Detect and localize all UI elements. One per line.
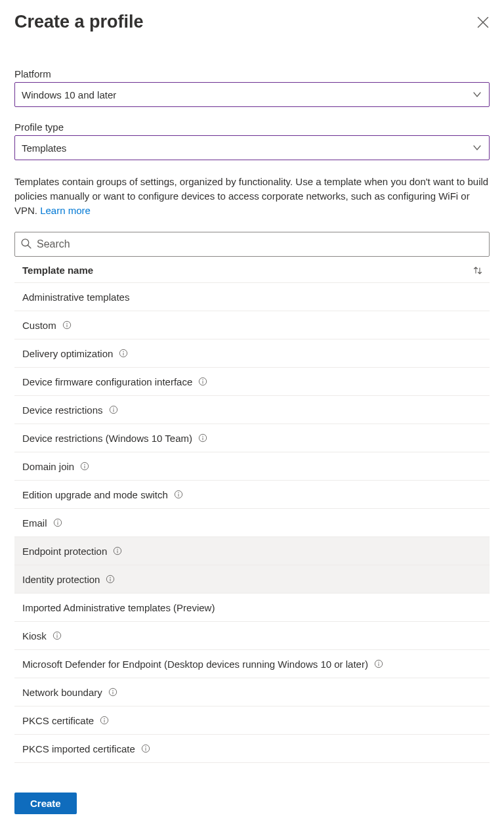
table-row[interactable]: Imported Administrative templates (Previ…: [14, 594, 490, 622]
svg-point-28: [104, 718, 105, 719]
row-label: Kiosk: [22, 630, 47, 641]
svg-point-14: [178, 492, 178, 493]
svg-point-10: [202, 436, 203, 437]
table-row[interactable]: PKCS imported certificate: [14, 735, 490, 763]
table-row[interactable]: PKCS certificate: [14, 706, 490, 735]
learn-more-link[interactable]: Learn more: [40, 205, 91, 216]
table-row[interactable]: Kiosk: [14, 622, 490, 650]
svg-point-22: [56, 634, 57, 634]
row-label: Imported Administrative templates (Previ…: [22, 602, 215, 613]
row-label: Edition upgrade and mode switch: [22, 489, 168, 500]
row-label: Custom: [22, 320, 56, 331]
info-icon[interactable]: [113, 546, 122, 555]
row-label: PKCS certificate: [22, 715, 94, 726]
row-label: Network boundary: [22, 687, 102, 698]
info-icon[interactable]: [100, 716, 109, 725]
info-icon[interactable]: [106, 575, 115, 584]
table-column-header[interactable]: Template name: [14, 257, 490, 283]
svg-point-8: [113, 408, 114, 408]
info-icon[interactable]: [109, 405, 118, 414]
row-label: Administrative templates: [22, 292, 129, 303]
info-icon[interactable]: [374, 659, 383, 668]
table-row[interactable]: Network boundary: [14, 678, 490, 706]
svg-point-16: [57, 521, 58, 521]
row-label: Device restrictions: [22, 404, 103, 416]
sort-icon[interactable]: [472, 265, 483, 276]
info-icon[interactable]: [141, 744, 150, 753]
info-icon[interactable]: [119, 349, 128, 358]
chevron-down-icon: [472, 142, 482, 153]
row-label: Email: [22, 517, 47, 529]
svg-point-24: [378, 662, 379, 663]
row-label: PKCS imported certificate: [22, 743, 135, 754]
row-label: Identity protection: [22, 574, 100, 585]
table-row[interactable]: Microsoft Defender for Endpoint (Desktop…: [14, 650, 490, 678]
info-icon[interactable]: [108, 687, 117, 697]
profile-type-label: Profile type: [14, 121, 490, 133]
row-label: Endpoint protection: [22, 546, 107, 557]
platform-dropdown[interactable]: Windows 10 and later: [14, 82, 490, 107]
svg-point-4: [123, 351, 124, 352]
info-icon[interactable]: [52, 631, 62, 640]
svg-point-12: [85, 464, 85, 465]
row-label: Device firmware configuration interface: [22, 376, 192, 387]
info-icon[interactable]: [80, 462, 89, 471]
search-icon: [20, 238, 35, 251]
info-icon[interactable]: [198, 377, 207, 386]
search-input-wrapper[interactable]: [14, 232, 490, 257]
search-input[interactable]: [35, 238, 484, 251]
svg-point-30: [145, 747, 146, 747]
svg-point-6: [203, 380, 203, 380]
table-row[interactable]: Identity protection: [14, 565, 490, 594]
row-label: Domain join: [22, 461, 74, 472]
info-icon[interactable]: [174, 490, 183, 499]
table-row[interactable]: Edition upgrade and mode switch: [14, 481, 490, 509]
table-row[interactable]: Device restrictions: [14, 396, 490, 424]
svg-point-2: [66, 323, 67, 324]
row-label: Device restrictions (Windows 10 Team): [22, 433, 192, 444]
info-icon[interactable]: [62, 320, 72, 330]
close-icon[interactable]: [476, 16, 490, 29]
row-label: Delivery optimization: [22, 348, 113, 359]
svg-point-0: [22, 239, 29, 246]
table-row[interactable]: Custom: [14, 311, 490, 339]
table-row[interactable]: Device firmware configuration interface: [14, 368, 490, 396]
platform-value: Windows 10 and later: [22, 89, 116, 100]
table-row[interactable]: Domain join: [14, 452, 490, 481]
info-icon[interactable]: [198, 433, 207, 443]
svg-point-26: [112, 690, 113, 691]
row-label: Microsoft Defender for Endpoint (Desktop…: [22, 659, 368, 670]
platform-label: Platform: [14, 68, 490, 79]
info-icon[interactable]: [53, 518, 62, 527]
column-header-label: Template name: [22, 265, 93, 276]
dialog-title: Create a profile: [14, 12, 144, 32]
table-row[interactable]: Endpoint protection: [14, 537, 490, 565]
table-row[interactable]: Delivery optimization: [14, 339, 490, 368]
svg-point-18: [117, 549, 118, 550]
description-text: Templates contain groups of settings, or…: [14, 175, 490, 217]
table-row[interactable]: Email: [14, 509, 490, 537]
profile-type-dropdown[interactable]: Templates: [14, 135, 490, 160]
chevron-down-icon: [472, 89, 482, 100]
table-row[interactable]: Administrative templates: [14, 283, 490, 311]
svg-point-20: [110, 577, 111, 578]
profile-type-value: Templates: [22, 142, 66, 154]
table-row[interactable]: Device restrictions (Windows 10 Team): [14, 424, 490, 452]
